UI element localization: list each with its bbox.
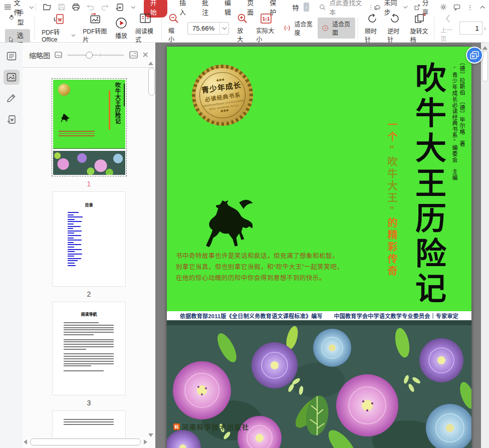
standards-banner: 依据教育部2011版《全日制义务教育语文课程标准》编写 中国教育学会中学语文教学…: [167, 311, 471, 320]
outline-icon: [7, 52, 17, 61]
rotate-counterclockwise-button[interactable]: 逆时针: [383, 11, 406, 46]
rotate-clockwise-label: 顺时针: [365, 27, 379, 44]
actual-size-icon: 1:1: [260, 13, 272, 24]
hand-icon: [9, 13, 15, 21]
mini-subtitle-bar: [109, 91, 110, 130]
signature-pen-icon: [7, 94, 17, 103]
author-credits: 〔德〕拉斯伯 〔德〕毕尔格 著 “青少年成长必读经典书系”编委会 主编: [450, 60, 465, 181]
page-label-2: 2: [87, 287, 91, 302]
panel-scroll-down-arrow[interactable]: [148, 433, 153, 437]
floating-word-icon: [470, 51, 479, 60]
slider-thumb[interactable]: [86, 52, 93, 59]
cover-front: ◆◆◆ 青少年成长 必读经典书系 QINGSHAONIAN CHENGZHANG…: [167, 47, 471, 311]
rotate-document-label: 旋转文档: [410, 27, 429, 44]
thumbnail-size-slider[interactable]: [68, 52, 124, 59]
previous-page-button[interactable]: 上一页: [436, 12, 459, 45]
signature-panel-button[interactable]: [4, 91, 20, 106]
pdf-to-office-button[interactable]: PDF转Office: [38, 12, 79, 45]
page-label-1: 1: [87, 176, 91, 191]
collapse-ribbon-icon[interactable]: [480, 5, 485, 9]
pdf-to-image-icon: [89, 13, 102, 25]
pdf-to-office-icon: [52, 14, 65, 26]
export-word-icon[interactable]: [115, 3, 124, 12]
rotate-document-button[interactable]: 旋转文档: [406, 11, 433, 46]
thumbnail-page-4[interactable]: [52, 410, 126, 440]
tabs-overflow-chevron[interactable]: ›: [304, 3, 309, 12]
authors-column-2: “青少年成长必读经典书系”编委会 主编: [450, 66, 458, 181]
rotate-clockwise-button[interactable]: 顺时针: [361, 11, 383, 46]
settings-gear-icon[interactable]: [440, 3, 447, 11]
thumbnail-panel-header: 缩略图 ✕: [23, 43, 155, 68]
zoom-out-label: 缩小: [168, 26, 179, 43]
panel-horizontal-scrollbar-thumb[interactable]: [30, 438, 141, 445]
fit-width-button[interactable]: 适合宽度: [280, 18, 317, 39]
toc-link-lines: [68, 212, 83, 267]
page-label-3: 3: [87, 395, 91, 410]
toolbar-overflow-chevron[interactable]: ›: [484, 25, 486, 32]
guide-heading: 阅读导航: [53, 311, 125, 317]
document-view[interactable]: ◆◆◆ 青少年成长 必读经典书系 QINGSHAONIAN CHENGZHANG…: [155, 43, 481, 448]
toc-heading: 目录: [53, 202, 125, 207]
tab-annotate[interactable]: 批注: [202, 0, 212, 17]
more-tools-caret[interactable]: [131, 4, 135, 8]
thumbnail-page-1[interactable]: 吹牛大王历险记: [52, 78, 127, 176]
publisher-name: 河南科学技术出版社: [182, 422, 250, 431]
thumbnail-panel: 缩略图 ✕ 吹牛大王历险记: [23, 43, 155, 448]
mini-gold-seal: [58, 84, 70, 96]
thumbnail-page-3[interactable]: 阅读导航: [52, 302, 126, 395]
document-vertical-scrollbar[interactable]: [481, 43, 489, 448]
large-thumbnail-icon[interactable]: [129, 51, 138, 59]
print-icon[interactable]: [72, 3, 80, 11]
feedback-comment-icon[interactable]: [453, 4, 460, 11]
zoom-level-value: 75.66%: [188, 25, 219, 32]
page-number-input[interactable]: [459, 22, 482, 35]
outline-panel-button[interactable]: [4, 49, 20, 64]
more-menu-icon[interactable]: ⋮: [467, 4, 473, 11]
actual-size-button[interactable]: 1:1 实际大小: [252, 11, 280, 45]
export-word-panel-button[interactable]: [4, 112, 20, 127]
search-options-icon[interactable]: ⋮: [367, 4, 374, 11]
scroll-up-arrow[interactable]: [482, 46, 487, 50]
zoom-out-button[interactable]: 缩小: [164, 11, 183, 45]
thumbnail-panel-button[interactable]: [4, 70, 20, 85]
pdf-page-1: ◆◆◆ 青少年成长 必读经典书系 QINGSHAONIAN CHENGZHANG…: [167, 47, 471, 448]
panel-horizontal-scrollbar[interactable]: [24, 438, 147, 446]
hand-tool-label: 手型: [18, 8, 27, 27]
panel-scroll-up-arrow[interactable]: [148, 62, 153, 65]
tab-special-truncated[interactable]: 特: [292, 3, 299, 12]
zoom-in-icon: [237, 13, 248, 24]
reading-mode-button[interactable]: 阅读模式: [131, 11, 159, 46]
subtitle-prefix: 一个: [386, 119, 397, 143]
panel-scroll-left-arrow[interactable]: [24, 439, 27, 444]
sync-caret: [404, 5, 408, 9]
file-menu-caret: [30, 4, 34, 8]
flower-pattern-image: 科 河南科学技术出版社: [167, 320, 471, 448]
pdf-to-image-button[interactable]: PDF转图片: [79, 11, 111, 46]
zoom-level-combobox[interactable]: 75.66%: [187, 22, 229, 35]
cloud-unsynced-icon: [374, 4, 382, 11]
pdf-to-word-floating-button[interactable]: [466, 47, 483, 64]
close-panel-icon[interactable]: ✕: [142, 50, 149, 60]
zoom-in-button[interactable]: 放大: [233, 11, 252, 45]
thumbnail-page-2[interactable]: 目录: [52, 191, 126, 287]
fit-page-button[interactable]: 适合页面: [318, 18, 355, 39]
pdf-to-image-label: PDF转图片: [83, 27, 107, 44]
zoom-combo-caret[interactable]: [222, 26, 226, 30]
open-file-icon[interactable]: [43, 3, 52, 11]
body-area: 缩略图 ✕ 吹牛大王历险记: [0, 43, 489, 448]
small-thumbnail-icon[interactable]: [55, 52, 62, 58]
hand-tool-button[interactable]: 手型: [5, 7, 30, 28]
panel-scroll-right-arrow[interactable]: [144, 439, 147, 444]
redo-icon[interactable]: [101, 4, 109, 11]
mini-description-lines: [59, 131, 95, 138]
play-button[interactable]: 播放: [111, 15, 131, 42]
fit-width-icon: [284, 24, 291, 33]
undo-icon[interactable]: [86, 4, 95, 11]
divider: [36, 3, 36, 11]
save-icon[interactable]: [58, 3, 66, 11]
thumbnail-list: 吹牛大王历险记 1 目录 2: [23, 68, 155, 448]
panel-vertical-scrollbar-thumb[interactable]: [148, 68, 155, 96]
svg-text:1:1: 1:1: [262, 17, 270, 22]
authors-column-1: 〔德〕拉斯伯 〔德〕毕尔格 著: [458, 60, 465, 181]
chevron-left-icon: [444, 14, 451, 24]
